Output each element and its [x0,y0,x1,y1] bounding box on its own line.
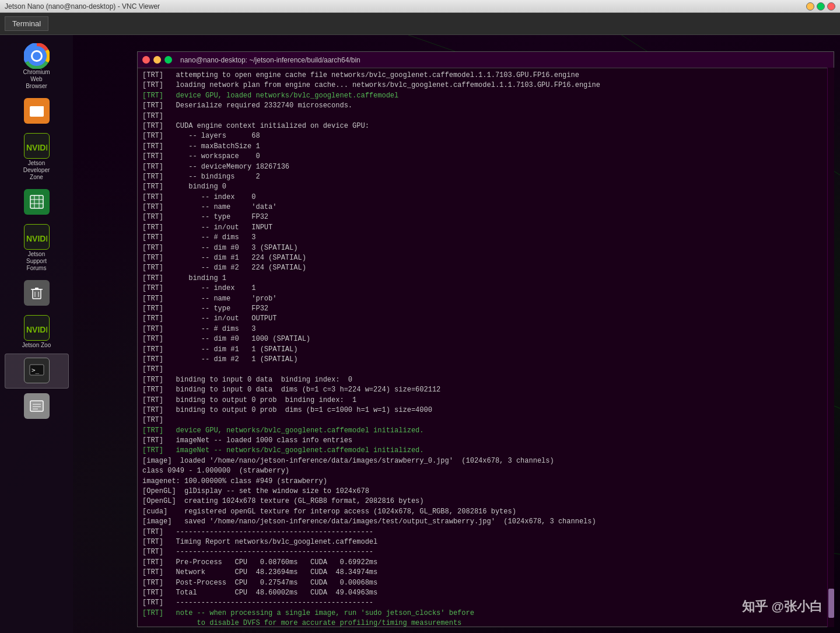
terminal-line: [image] loaded '/home/nano/jetson-infere… [142,456,829,466]
nvidia-dev-icon: NVIDIA [24,133,50,159]
scrollbar-thumb[interactable] [828,589,834,618]
chromium-icon [24,43,50,69]
terminal-line: [TRT] -- deviceMemory 18267136 [142,162,829,172]
terminal-line: [TRT] -- index 0 [142,193,829,202]
terminal-icon: >_ [24,358,50,383]
terminal-line: [TRT] -- type FP32 [142,304,829,314]
terminal-line: [TRT] -- # dims 3 [142,324,829,334]
terminal-line: [TRT] attempting to open engine cache fi… [142,71,829,81]
terminal-line: [TRT] -- dim #0 3 (SPATIAL) [142,243,829,253]
terminal-line: class 0949 - 1.000000 (strawberry) [142,466,829,476]
terminal-line: to disable DVFS for more accurate profil… [142,618,829,627]
sidebar-nvidia-dev-label: JetsonDeveloperZone [23,160,50,181]
sidebar-item-nvidia-forums[interactable]: NVIDIA JetsonSupportForums [5,221,69,275]
terminal-line: [TRT] binding to input 0 data binding in… [142,375,829,385]
sidebar-item-files2[interactable] [5,390,69,424]
svg-rect-29 [35,288,38,289]
terminal-line: [TRT] -- dim #1 1 (SPATIAL) [142,345,829,355]
terminal-line: [TRT] -- dim #1 224 (SPATIAL) [142,253,829,263]
svg-rect-21 [30,195,43,208]
sidebar-item-calc[interactable] [5,186,69,219]
terminal-line: [TRT] -- bindings 2 [142,172,829,182]
vnc-close-button[interactable] [827,2,835,11]
terminal-line: [TRT] device GPU, networks/bvlc_googlene… [142,426,829,436]
terminal-window: nano@nano-desktop: ~/jetson-inference/bu… [137,51,834,627]
sidebar-item-trash[interactable] [5,277,69,310]
terminal-line: [TRT] device GPU, loaded networks/bvlc_g… [142,91,829,101]
terminal-maximize-button[interactable] [164,56,172,64]
terminal-line: [TRT] Network CPU 48.23694ms CUDA 48.349… [142,568,829,578]
terminal-line: [TRT] -- in/out OUTPUT [142,314,829,324]
svg-text:>_: >_ [32,366,40,374]
terminal-line: [TRT] loading network plan from engine c… [142,81,829,90]
terminal-line: [TRT] binding to input 0 data dims (b=1 … [142,385,829,395]
sidebar: ChromiumWebBrowser NVIDIA JetsonDevelope… [0,35,73,633]
terminal-line: [TRT] -- in/out INPUT [142,223,829,233]
scrollbar-track[interactable] [827,68,834,627]
terminal-line: [image] saved '/home/nano/jetson-inferen… [142,517,829,527]
terminal-line: [OpenGL] creating 1024x678 texture (GL_R… [142,496,829,506]
terminal-line: [TRT] -- layers 68 [142,131,829,141]
terminal-line: [TRT] -- maxBatchSize 1 [142,142,829,152]
terminal-line: [TRT] -- dim #2 224 (SPATIAL) [142,263,829,273]
svg-text:NVIDIA: NVIDIA [26,325,47,334]
terminal-line: [TRT] [142,365,829,375]
files2-icon [24,393,50,419]
terminal-line: [TRT] ----------------------------------… [142,527,829,537]
nvidia-forums-icon: NVIDIA [24,224,50,250]
terminal-line: [TRT] Total CPU 48.60002ms CUDA 49.04963… [142,588,829,598]
sidebar-zoo-label: Jetson Zoo [22,342,51,349]
sidebar-item-chromium[interactable]: ChromiumWebBrowser [5,40,69,93]
taskbar-terminal-label[interactable]: Terminal [5,16,48,31]
terminal-line: [TRT] -- type FP32 [142,212,829,222]
sidebar-item-terminal[interactable]: >_ [5,354,69,389]
terminal-line: [TRT] imageNet -- networks/bvlc_googlene… [142,446,829,456]
terminal-line: [TRT] Timing Report networks/bvlc_google… [142,537,829,547]
vnc-maximize-button[interactable] [817,2,825,11]
svg-rect-27 [33,289,41,299]
terminal-line: [TRT] note -- when processing a single i… [142,608,829,618]
files-icon [24,98,50,124]
terminal-close-button[interactable] [142,56,150,64]
terminal-line: imagenet: 100.00000% class #949 (strawbe… [142,477,829,487]
sidebar-forums-label: JetsonSupportForums [26,251,47,272]
terminal-line: [TRT] Pre-Process CPU 0.08760ms CUDA 0.6… [142,558,829,568]
svg-rect-19 [30,106,44,117]
terminal-line: [TRT] Deserialize required 2332740 micro… [142,101,829,111]
terminal-line: [TRT] [142,415,829,425]
terminal-body[interactable]: [TRT] attempting to open engine cache fi… [138,68,834,627]
terminal-line: [TRT] ----------------------------------… [142,547,829,557]
vnc-title-text: Jetson Nano (nano@nano-desktop) - VNC Vi… [5,2,806,11]
terminal-line: [TRT] CUDA engine context initialized on… [142,121,829,131]
vnc-minimize-button[interactable] [806,2,814,11]
nvidia-logo-icon: NVIDIA [26,138,47,154]
sidebar-item-files[interactable] [5,95,69,128]
taskbar: Terminal [0,13,840,35]
terminal-line: [TRT] -- index 1 [142,284,829,293]
terminal-line: [TRT] -- dim #0 1000 (SPATIAL) [142,334,829,344]
terminal-titlebar: nano@nano-desktop: ~/jetson-inference/bu… [138,52,834,68]
terminal-line: [TRT] imageNet -- loaded 1000 class info… [142,436,829,446]
vnc-titlebar: Jetson Nano (nano@nano-desktop) - VNC Vi… [0,0,840,13]
terminal-line: [TRT] Post-Process CPU 0.27547ms CUDA 0.… [142,578,829,588]
terminal-line: [TRT] ----------------------------------… [142,598,829,608]
svg-text:NVIDIA: NVIDIA [26,234,47,243]
terminal-line: [TRT] binding 0 [142,182,829,192]
terminal-line: [TRT] -- # dims 3 [142,233,829,243]
terminal-line: [TRT] [142,111,829,121]
terminal-minimize-button[interactable] [153,56,161,64]
calc-icon [24,189,50,215]
terminal-line: [TRT] -- workspace 0 [142,152,829,162]
terminal-line: [TRT] -- name 'prob' [142,294,829,304]
trash-icon [24,280,50,306]
terminal-line: [TRT] -- name 'data' [142,202,829,212]
sidebar-item-jetson-zoo[interactable]: NVIDIA Jetson Zoo [5,312,69,352]
terminal-line: [TRT] binding to output 0 prob binding i… [142,396,829,405]
terminal-title-text: nano@nano-desktop: ~/jetson-inference/bu… [180,56,360,64]
nvidia-forums-logo-icon: NVIDIA [26,229,47,245]
sidebar-item-nvidia-dev[interactable]: NVIDIA JetsonDeveloperZone [5,130,69,184]
vnc-window-controls [806,2,835,11]
terminal-line: [TRT] -- dim #2 1 (SPATIAL) [142,355,829,365]
terminal-line: [TRT] binding to output 0 prob dims (b=1… [142,405,829,415]
svg-text:NVIDIA: NVIDIA [26,143,47,152]
